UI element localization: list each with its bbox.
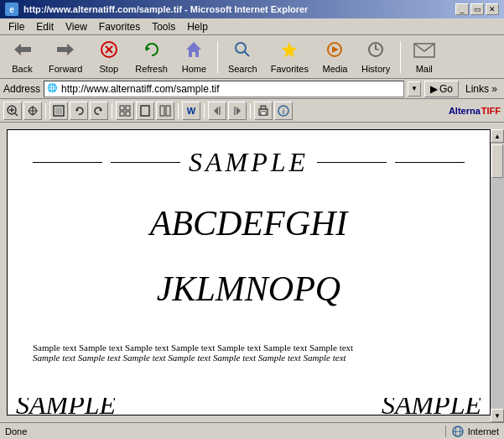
minimize-button[interactable]: _ bbox=[455, 3, 469, 15]
home-label: Home bbox=[182, 64, 206, 74]
scroll-thumb[interactable] bbox=[491, 144, 503, 178]
title-bar: e http://www.alternatiff.com/sample.tif … bbox=[0, 0, 504, 18]
svg-marker-2 bbox=[67, 44, 74, 55]
search-icon bbox=[233, 40, 252, 62]
plugin-logo: AlternaTIFF bbox=[449, 106, 501, 116]
go-arrow-icon: ▶ bbox=[430, 83, 438, 95]
status-text: Done bbox=[5, 426, 440, 436]
app-icon: e bbox=[5, 3, 18, 16]
favorites-button[interactable]: Favorites bbox=[265, 38, 314, 76]
plugin-sep-2 bbox=[112, 103, 112, 118]
svg-rect-27 bbox=[126, 106, 130, 110]
mail-label: Mail bbox=[416, 64, 433, 74]
scrollbar-vertical: ▲ ▼ bbox=[491, 129, 504, 422]
plugin-btn-rotate-ccw[interactable] bbox=[70, 102, 88, 120]
refresh-icon bbox=[143, 40, 161, 62]
plugin-btn-info[interactable]: i bbox=[274, 102, 293, 120]
history-icon bbox=[366, 40, 385, 62]
stop-button[interactable]: Stop bbox=[90, 38, 127, 76]
plugin-sep-4 bbox=[204, 103, 205, 118]
toolbar-separator-1 bbox=[217, 41, 218, 73]
svg-text:i: i bbox=[283, 107, 285, 116]
svg-marker-0 bbox=[14, 44, 21, 55]
media-button[interactable]: Media bbox=[316, 38, 354, 76]
forward-icon bbox=[55, 40, 75, 62]
plugin-logo-text: Alterna bbox=[449, 106, 481, 116]
scroll-up-button[interactable]: ▲ bbox=[491, 129, 504, 143]
media-icon bbox=[325, 40, 344, 62]
plugin-btn-print[interactable] bbox=[254, 102, 273, 120]
stop-icon bbox=[100, 40, 118, 62]
search-label: Search bbox=[228, 64, 257, 74]
search-button[interactable]: Search bbox=[222, 38, 263, 76]
svg-rect-38 bbox=[261, 106, 266, 109]
plugin-btn-pan[interactable] bbox=[23, 102, 42, 120]
toolbar-separator-2 bbox=[400, 41, 401, 73]
plugin-btn-single-page[interactable] bbox=[136, 102, 154, 120]
maximize-button[interactable]: ▭ bbox=[470, 3, 484, 15]
address-input[interactable] bbox=[61, 83, 401, 95]
svg-marker-11 bbox=[282, 42, 297, 58]
refresh-button[interactable]: Refresh bbox=[129, 38, 174, 76]
scroll-down-button[interactable]: ▼ bbox=[491, 409, 504, 422]
doc-title: SAMPLE bbox=[24, 147, 473, 178]
plugin-btn-fit-page[interactable] bbox=[49, 102, 68, 120]
address-dropdown[interactable]: ▼ bbox=[408, 81, 421, 97]
document-view: SAMPLE ABCDEFGHI JKLMNOPQ Sample text Sa… bbox=[7, 129, 491, 415]
back-button[interactable]: Back bbox=[3, 38, 41, 76]
mail-button[interactable]: Mail bbox=[405, 38, 443, 76]
menu-edit[interactable]: Edit bbox=[31, 19, 59, 34]
svg-line-19 bbox=[15, 112, 18, 116]
home-button[interactable]: Home bbox=[175, 38, 213, 76]
internet-zone-icon bbox=[451, 426, 465, 437]
menu-tools[interactable]: Tools bbox=[147, 19, 180, 34]
window-controls[interactable]: _ ▭ ✕ bbox=[455, 3, 499, 15]
plugin-sep-3 bbox=[178, 103, 179, 118]
plugin-btn-view-mode[interactable] bbox=[116, 102, 134, 120]
status-zone: Internet bbox=[445, 426, 499, 437]
svg-marker-33 bbox=[214, 107, 218, 115]
favorites-label: Favorites bbox=[271, 64, 309, 74]
svg-marker-35 bbox=[236, 107, 241, 115]
history-button[interactable]: History bbox=[356, 38, 396, 76]
main-area: SAMPLE ABCDEFGHI JKLMNOPQ Sample text Sa… bbox=[0, 123, 504, 422]
toolbar: Back Forward Stop Refresh Home Search bbox=[0, 35, 504, 79]
plugin-btn-rotate-cw[interactable] bbox=[90, 102, 108, 120]
doc-text-row2: JKLMNOPQ bbox=[157, 269, 340, 309]
menu-favorites[interactable]: Favorites bbox=[94, 19, 145, 34]
mail-icon bbox=[413, 40, 435, 62]
go-label: Go bbox=[439, 83, 453, 95]
forward-label: Forward bbox=[49, 64, 82, 74]
svg-rect-30 bbox=[141, 106, 149, 116]
plugin-btn-prev-page[interactable] bbox=[208, 102, 226, 120]
svg-marker-13 bbox=[332, 46, 339, 53]
address-bar: Address 🌐 ▼ ▶ Go Links » bbox=[0, 79, 504, 99]
links-button[interactable]: Links » bbox=[462, 83, 501, 95]
svg-rect-29 bbox=[126, 112, 130, 116]
plugin-btn-two-page[interactable] bbox=[156, 102, 174, 120]
menu-file[interactable]: File bbox=[3, 19, 29, 34]
refresh-label: Refresh bbox=[135, 64, 168, 74]
plugin-btn-word[interactable]: W bbox=[182, 102, 200, 120]
back-label: Back bbox=[12, 64, 32, 74]
menu-help[interactable]: Help bbox=[182, 19, 213, 34]
status-zone-label: Internet bbox=[468, 426, 499, 436]
svg-rect-1 bbox=[21, 47, 31, 52]
plugin-btn-zoom-in[interactable] bbox=[3, 102, 22, 120]
menu-bar: File Edit View Favorites Tools Help bbox=[0, 18, 504, 35]
bottom-sample-right: SAMPLE bbox=[382, 398, 481, 411]
history-label: History bbox=[361, 64, 390, 74]
menu-view[interactable]: View bbox=[60, 19, 92, 34]
svg-rect-39 bbox=[261, 112, 266, 115]
close-button[interactable]: ✕ bbox=[486, 3, 499, 15]
status-bar: Done Internet bbox=[0, 422, 504, 439]
forward-button[interactable]: Forward bbox=[43, 38, 88, 76]
svg-rect-28 bbox=[120, 112, 124, 116]
svg-rect-23 bbox=[55, 107, 62, 114]
window-title: http://www.alternatiff.com/sample.tif - … bbox=[23, 4, 308, 14]
go-button[interactable]: ▶ Go bbox=[424, 81, 459, 97]
media-label: Media bbox=[323, 64, 348, 74]
svg-marker-8 bbox=[186, 42, 201, 57]
scroll-track[interactable] bbox=[491, 143, 504, 409]
plugin-btn-next-page[interactable] bbox=[228, 102, 247, 120]
